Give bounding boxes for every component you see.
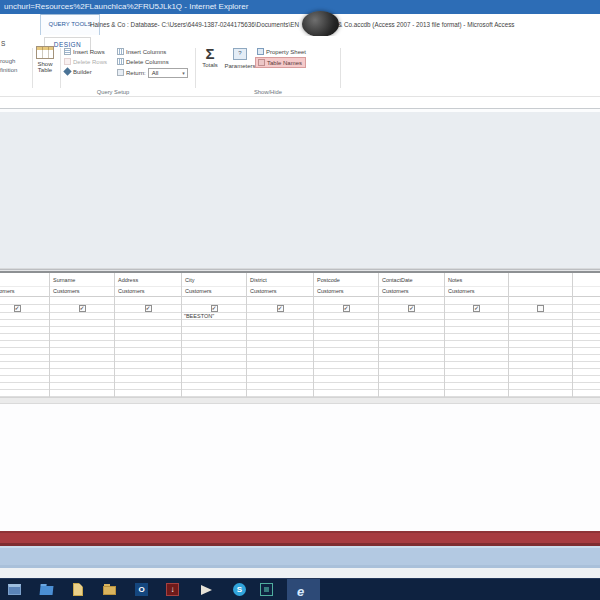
- criteria-cell[interactable]: [573, 313, 600, 320]
- sort-cell[interactable]: [379, 297, 444, 305]
- query-column: Address Customers ✓: [115, 273, 182, 397]
- status-bar-red: [0, 531, 600, 546]
- app-window-icon[interactable]: [8, 583, 22, 597]
- show-checkbox[interactable]: ✓: [408, 305, 415, 312]
- table-names-button[interactable]: Table Names: [255, 57, 306, 68]
- show-cell[interactable]: ✓: [182, 305, 246, 313]
- table-cell[interactable]: Customers: [379, 287, 444, 297]
- access-title-right: \Haines & Co.accdb (Access 2007 - 2013 f…: [315, 21, 514, 28]
- query-design-table-pane[interactable]: [0, 112, 600, 268]
- show-table-button[interactable]: Show Table: [33, 46, 57, 73]
- show-checkbox[interactable]: ✓: [79, 305, 86, 312]
- return-dropdown[interactable]: All ▾: [148, 68, 188, 78]
- ribbon: rough finition Show Table Insert Rows De…: [0, 52, 600, 97]
- criteria-cell[interactable]: [0, 313, 49, 320]
- sort-cell[interactable]: [115, 297, 181, 305]
- insert-columns-button[interactable]: Insert Columns: [117, 47, 166, 56]
- show-cell[interactable]: ✓: [50, 305, 114, 313]
- sort-cell[interactable]: [0, 297, 49, 305]
- show-checkbox[interactable]: ✓: [145, 305, 152, 312]
- horizontal-scrollbar[interactable]: [0, 397, 600, 404]
- show-checkbox[interactable]: [537, 305, 544, 312]
- field-cell[interactable]: Address: [115, 273, 181, 287]
- criteria-cell[interactable]: [379, 313, 444, 320]
- folder-icon[interactable]: [103, 583, 117, 597]
- viewer-icon[interactable]: [260, 583, 274, 597]
- query-column: City Customers ✓ "BEESTON": [182, 273, 247, 397]
- show-cell[interactable]: ✓: [314, 305, 378, 313]
- sort-cell[interactable]: [50, 297, 114, 305]
- sort-cell[interactable]: [573, 297, 600, 305]
- builder-button[interactable]: Builder: [64, 67, 92, 76]
- table-cell[interactable]: Customers: [445, 287, 508, 297]
- tab-partial[interactable]: S: [1, 40, 5, 47]
- skype-icon[interactable]: S: [233, 583, 247, 597]
- access-title-area: QUERY TOOLS Haines & Co : Database- C:\U…: [0, 14, 600, 36]
- table-cell[interactable]: Customers: [50, 287, 114, 297]
- show-checkbox[interactable]: ✓: [14, 305, 21, 312]
- field-cell[interactable]: Notes: [445, 273, 508, 287]
- field-cell[interactable]: [509, 273, 572, 287]
- field-cell[interactable]: Surname: [50, 273, 114, 287]
- sort-cell[interactable]: [247, 297, 313, 305]
- file-explorer-icon[interactable]: [40, 583, 54, 597]
- show-checkbox[interactable]: ✓: [343, 305, 350, 312]
- table-cell[interactable]: Customers: [115, 287, 181, 297]
- query-column: Notes Customers ✓: [445, 273, 509, 397]
- criteria-cell[interactable]: [314, 313, 378, 320]
- criteria-cell[interactable]: [445, 313, 508, 320]
- show-cell[interactable]: ✓: [115, 305, 181, 313]
- property-sheet-icon: [257, 48, 264, 55]
- pass-through-button[interactable]: rough: [0, 58, 34, 64]
- criteria-cell[interactable]: [50, 313, 114, 320]
- table-cell[interactable]: Customers: [247, 287, 313, 297]
- document-icon[interactable]: [71, 583, 85, 597]
- sort-cell[interactable]: [509, 297, 572, 305]
- show-table-icon: [36, 46, 54, 59]
- show-cell[interactable]: ✓: [0, 305, 49, 313]
- field-cell[interactable]: [0, 273, 49, 287]
- show-cell[interactable]: ✓: [445, 305, 508, 313]
- delete-rows-button[interactable]: Delete Rows: [64, 57, 107, 66]
- show-cell[interactable]: ✓: [379, 305, 444, 313]
- parameters-button[interactable]: ? Parameters: [222, 46, 258, 69]
- sort-cell[interactable]: [445, 297, 508, 305]
- criteria-cell[interactable]: [509, 313, 572, 320]
- table-cell[interactable]: [573, 287, 600, 297]
- data-definition-button[interactable]: finition: [0, 67, 34, 73]
- field-cell[interactable]: District: [247, 273, 313, 287]
- property-sheet-button[interactable]: Property Sheet: [257, 47, 306, 56]
- insert-rows-button[interactable]: Insert Rows: [64, 47, 105, 56]
- query-column: ContactDate Customers ✓: [379, 273, 445, 397]
- criteria-cell[interactable]: [247, 313, 313, 320]
- field-cell[interactable]: City: [182, 273, 246, 287]
- totals-label: Totals: [197, 62, 223, 68]
- totals-button[interactable]: Σ Totals: [197, 46, 223, 68]
- table-cell[interactable]: Customers: [0, 287, 49, 297]
- show-cell[interactable]: [573, 305, 600, 313]
- field-cell[interactable]: ContactDate: [379, 273, 444, 287]
- show-cell[interactable]: ✓: [247, 305, 313, 313]
- outlook-icon[interactable]: O: [135, 583, 149, 597]
- insert-rows-label: Insert Rows: [73, 49, 105, 55]
- sort-cell[interactable]: [314, 297, 378, 305]
- show-checkbox[interactable]: ✓: [473, 305, 480, 312]
- flag-icon[interactable]: [201, 583, 215, 597]
- table-cell[interactable]: Customers: [314, 287, 378, 297]
- download-icon[interactable]: ↓: [166, 583, 180, 597]
- show-cell[interactable]: [509, 305, 572, 313]
- group-label-query-setup: Query Setup: [34, 89, 192, 95]
- active-app-tile[interactable]: e: [287, 579, 320, 600]
- ie-titlebar[interactable]: unchurl=Resources%2FLaunchIca%2FRU5JLk1Q…: [0, 0, 600, 14]
- show-checkbox[interactable]: ✓: [211, 305, 218, 312]
- sort-cell[interactable]: [182, 297, 246, 305]
- criteria-cell[interactable]: "BEESTON": [182, 313, 246, 320]
- show-checkbox[interactable]: ✓: [277, 305, 284, 312]
- criteria-cell[interactable]: [115, 313, 181, 320]
- field-cell[interactable]: Postcode: [314, 273, 378, 287]
- table-cell[interactable]: [509, 287, 572, 297]
- internet-explorer-icon[interactable]: e: [297, 582, 311, 596]
- delete-columns-button[interactable]: Delete Columns: [117, 57, 169, 66]
- field-cell[interactable]: [573, 273, 600, 287]
- table-cell[interactable]: Customers: [182, 287, 246, 297]
